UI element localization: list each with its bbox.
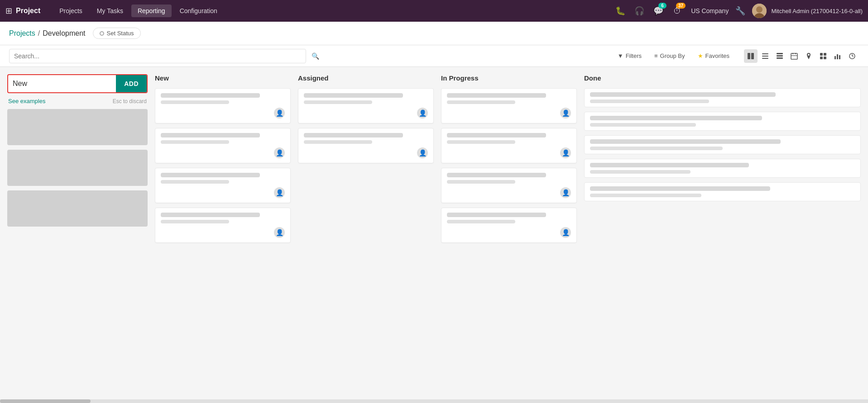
bar-chart-view-btn[interactable]: [831, 49, 844, 63]
nav-reporting[interactable]: Reporting: [131, 5, 172, 17]
task-line-long: [590, 186, 770, 191]
add-column-button[interactable]: ADD: [116, 75, 147, 92]
col-new-title: New: [155, 74, 291, 84]
search-icon: 🔍: [312, 52, 319, 60]
breadcrumb-current: Development: [43, 29, 85, 38]
task-card[interactable]: 👤: [155, 128, 291, 163]
task-line-short: [447, 100, 515, 104]
task-line-long: [447, 133, 546, 137]
svg-rect-17: [820, 57, 823, 59]
task-card[interactable]: 👤: [441, 208, 577, 243]
task-line-short: [447, 140, 515, 144]
svg-rect-5: [762, 53, 768, 54]
favorites-label: Favorites: [705, 52, 729, 59]
nav-my-tasks[interactable]: My Tasks: [91, 5, 129, 17]
kanban-container: ADD See examples Esc to discard New 👤 👤: [0, 67, 868, 401]
task-card[interactable]: 👤: [155, 208, 291, 243]
task-card-footer: 👤: [304, 147, 428, 158]
task-card[interactable]: 👤: [298, 128, 434, 163]
breadcrumb-parent[interactable]: Projects: [9, 29, 35, 38]
task-line-long: [447, 213, 546, 217]
filter-bar: 🔍 ▼ Filters ≡ Group By ★ Favorites: [0, 45, 868, 67]
grid-view-btn[interactable]: [816, 49, 830, 63]
settings-icon-btn[interactable]: 🔧: [733, 4, 748, 18]
favorites-button[interactable]: ★ Favorites: [692, 50, 735, 62]
list-view-btn[interactable]: [758, 49, 772, 63]
timer-badge: 37: [676, 3, 686, 9]
timer-icon-btn[interactable]: ⏱ 37: [670, 4, 685, 18]
activity-view-btn[interactable]: [845, 49, 859, 63]
task-card-footer: 👤: [161, 108, 285, 119]
svg-rect-4: [751, 53, 754, 59]
task-line-long: [447, 173, 546, 177]
task-card[interactable]: [584, 182, 861, 201]
task-card[interactable]: 👤: [298, 88, 434, 123]
task-line-long: [161, 173, 260, 177]
new-column-input-row: ADD: [7, 74, 148, 93]
task-card[interactable]: [584, 112, 861, 131]
task-card[interactable]: 👤: [441, 168, 577, 203]
task-line-short: [590, 123, 696, 127]
task-line-long: [590, 139, 781, 144]
assignee-avatar: 👤: [560, 227, 571, 238]
task-card[interactable]: 👤: [441, 128, 577, 163]
scrollbar-thumb[interactable]: [0, 399, 91, 401]
group-by-button[interactable]: ≡ Group By: [649, 50, 691, 62]
filters-button[interactable]: ▼ Filters: [612, 50, 647, 62]
task-line-long: [590, 92, 776, 97]
task-card[interactable]: 👤: [441, 88, 577, 123]
task-card-footer: 👤: [447, 227, 571, 238]
group-by-label: Group By: [660, 52, 685, 59]
messages-badge: 6: [658, 3, 667, 9]
company-name: US Company: [691, 7, 729, 14]
nav-projects[interactable]: Projects: [53, 5, 89, 17]
app-logo[interactable]: ⊞ Project: [5, 6, 48, 16]
see-examples-link[interactable]: See examples: [8, 98, 45, 104]
user-name[interactable]: Mitchell Admin (21700412-16-0-all): [771, 8, 863, 14]
svg-rect-6: [762, 56, 768, 57]
task-line-long: [161, 133, 260, 137]
task-card[interactable]: [584, 88, 861, 107]
breadcrumb-separator: /: [38, 29, 40, 38]
assignee-avatar: 👤: [274, 147, 285, 158]
map-view-btn[interactable]: [802, 49, 815, 63]
view-icons: [744, 49, 859, 63]
task-card[interactable]: 👤: [155, 168, 291, 203]
nav-configuration[interactable]: Configuration: [173, 5, 224, 17]
chat-icon-btn[interactable]: 🎧: [632, 4, 647, 18]
bug-icon-btn[interactable]: 🐛: [613, 4, 628, 18]
grid-icon[interactable]: ⊞: [5, 6, 12, 16]
avatar[interactable]: [752, 4, 767, 18]
messages-icon-btn[interactable]: 💬 6: [651, 4, 666, 18]
kanban-view-btn[interactable]: [744, 49, 758, 63]
task-card-footer: 👤: [447, 108, 571, 119]
task-line-short: [304, 140, 372, 144]
svg-rect-3: [748, 53, 750, 59]
task-line-short: [161, 140, 229, 144]
task-card[interactable]: [584, 159, 861, 178]
col-in-progress-title: In Progress: [441, 74, 577, 84]
kanban-col-new: New 👤 👤 👤: [155, 74, 291, 394]
calendar-view-btn[interactable]: [787, 49, 801, 63]
new-column-name-input[interactable]: [8, 80, 116, 88]
list-detail-view-btn[interactable]: [773, 49, 786, 63]
wrench-icon: 🔧: [735, 6, 745, 16]
task-card[interactable]: [584, 135, 861, 154]
task-card-footer: 👤: [161, 227, 285, 238]
task-line-long: [590, 163, 749, 167]
task-card-footer: 👤: [161, 147, 285, 158]
placeholder-card-3: [7, 190, 148, 227]
placeholder-card-1: [7, 109, 148, 145]
task-line-short: [590, 100, 709, 103]
see-examples-row: See examples Esc to discard: [7, 98, 148, 104]
svg-rect-11: [791, 53, 797, 59]
task-line-short: [304, 100, 372, 104]
svg-rect-9: [777, 55, 783, 57]
breadcrumb-bar: Projects / Development Set Status: [0, 22, 868, 45]
set-status-button[interactable]: Set Status: [93, 28, 141, 39]
task-card[interactable]: 👤: [155, 88, 291, 123]
task-line-long: [304, 133, 403, 137]
search-input[interactable]: [14, 52, 301, 60]
assignee-avatar: 👤: [274, 108, 285, 119]
scrollbar-track[interactable]: [0, 399, 868, 401]
